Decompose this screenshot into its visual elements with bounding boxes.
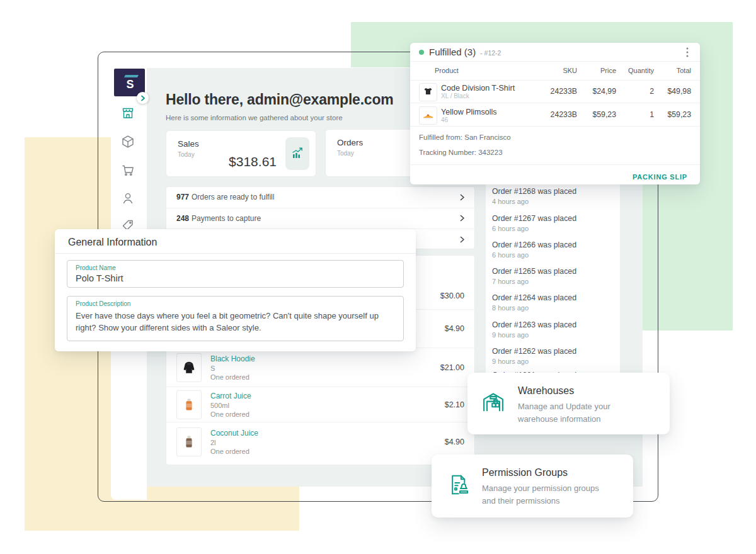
- box-icon: [120, 134, 135, 149]
- cell-total: $59,23: [667, 103, 691, 126]
- chevron-right-icon: [140, 95, 146, 101]
- sidebar-item-orders[interactable]: [120, 162, 135, 178]
- sidebar-item-home[interactable]: [120, 106, 135, 121]
- bar-chart-icon: [290, 146, 305, 161]
- product-link[interactable]: Carrot Juice: [210, 392, 251, 400]
- activity-item: Order #1268 was placed 4 hours ago: [492, 187, 616, 205]
- product-name: Code Division T-Shirt: [441, 84, 515, 93]
- cell-price: $59,23: [592, 103, 616, 126]
- product-ordered: One ordered: [210, 448, 258, 455]
- table-header-row: Product SKU Price Quantity Total: [410, 62, 700, 81]
- shortcut-description: Manage and Update your warehouse informa…: [518, 400, 631, 426]
- activity-item: Order #1265 was placed 7 hours ago: [492, 267, 616, 285]
- product-ordered: One ordered: [210, 373, 255, 381]
- notification-text: Orders are ready to fulfill: [192, 193, 274, 201]
- cell-total: $49,98: [667, 81, 691, 103]
- product-variant: 500ml: [210, 402, 251, 409]
- permission-stamp-icon: [447, 472, 472, 500]
- warehouses-card[interactable]: Warehouses Manage and Update your wareho…: [467, 373, 670, 434]
- sales-stat-card: Sales Today $318.61: [166, 130, 316, 177]
- status-dot: [419, 50, 424, 55]
- divider: [55, 253, 416, 254]
- activity-time: 8 hours ago: [492, 304, 616, 312]
- activity-item: Order #1263 was placed 9 hours ago: [492, 320, 616, 339]
- sales-chart-box: [285, 137, 309, 170]
- column-price: Price: [600, 62, 616, 80]
- product-name-field[interactable]: Product Name Polo T-Shirt: [67, 260, 404, 288]
- sales-period: Today: [178, 151, 195, 158]
- product-price: $2.10: [445, 400, 464, 409]
- tracking-number-text: Tracking Number: 343223: [419, 149, 691, 156]
- page-title: Hello there, admin@example.com: [166, 91, 394, 108]
- product-ordered: One ordered: [210, 410, 251, 418]
- activity-title: Order #1267 was placed: [492, 214, 616, 223]
- activity-title: Order #1265 was placed: [492, 267, 616, 276]
- warehouse-icon: [480, 389, 507, 418]
- product-description-label: Product Description: [76, 300, 130, 307]
- product-description-field[interactable]: Product Description Ever have those days…: [67, 296, 404, 341]
- column-product: Product: [435, 62, 459, 80]
- coconut-juice-image: [181, 432, 197, 452]
- activity-title: Order #1263 was placed: [492, 320, 616, 329]
- product-variant: S: [210, 365, 255, 372]
- product-row[interactable]: Coconut Juice 2l One ordered $4.90: [166, 422, 474, 461]
- kebab-menu-button[interactable]: [682, 47, 692, 58]
- cell-quantity: 1: [650, 103, 654, 126]
- chevron-right-icon: [460, 215, 464, 222]
- product-thumbnail: [176, 427, 202, 456]
- shortcut-description: Manage your permission groups and their …: [482, 482, 614, 507]
- notification-row-payments-to-capture[interactable]: 248 Payments to capture: [166, 208, 474, 229]
- kebab-icon: [686, 47, 689, 57]
- logo-slash: [124, 75, 139, 77]
- notification-text: Payments to capture: [192, 214, 261, 223]
- product-link[interactable]: Coconut Juice: [210, 429, 258, 438]
- product-thumbnail: [176, 353, 202, 382]
- logo-letter: S: [126, 79, 134, 90]
- cell-sku: 24233B: [551, 103, 577, 126]
- sidebar-item-customers[interactable]: [120, 191, 135, 206]
- product-name-label: Product Name: [76, 264, 116, 271]
- product-variant: 2l: [210, 439, 258, 446]
- product-description-value: Ever have those days where you feel a bi…: [76, 310, 395, 334]
- chevron-right-icon: [460, 194, 464, 201]
- activity-item: Order #1264 was placed 8 hours ago: [492, 293, 616, 312]
- sidebar-item-catalog[interactable]: [120, 134, 135, 149]
- fulfilled-from-text: Fulfilled from: San Francisco: [419, 133, 691, 141]
- carrot-juice-image: [181, 395, 197, 415]
- notification-row-orders-to-fulfill[interactable]: 977 Orders are ready to fulfill: [166, 187, 474, 208]
- storefront-icon: [120, 106, 135, 121]
- activity-time: 6 hours ago: [492, 251, 616, 259]
- activity-time: 6 hours ago: [492, 225, 616, 232]
- table-row: Yellow Plimsolls 46 24233B $59,23 1 $59,…: [410, 103, 700, 127]
- product-price: $4.90: [445, 324, 464, 333]
- product-row[interactable]: Carrot Juice 500ml One ordered $2.10: [166, 387, 474, 422]
- product-name: Yellow Plimsolls: [441, 108, 496, 116]
- activity-feed-card: Order #1268 was placed 4 hours ago Order…: [485, 179, 621, 401]
- general-information-card: General Information Product Name Polo T-…: [55, 229, 416, 351]
- orders-label: Orders: [337, 138, 363, 147]
- sidebar-expand-button[interactable]: [137, 92, 149, 104]
- activity-item: Order #1267 was placed 6 hours ago: [492, 214, 616, 232]
- chevron-right-icon: [460, 236, 464, 243]
- product-thumbnail: [419, 83, 437, 101]
- product-name-value: Polo T-Shirt: [76, 273, 123, 283]
- shortcut-title: Permission Groups: [482, 467, 568, 478]
- product-variant: 46: [441, 116, 448, 124]
- activity-time: 9 hours ago: [492, 358, 616, 365]
- product-link[interactable]: Black Hoodie: [210, 354, 255, 363]
- activity-title: Order #1268 was placed: [492, 187, 616, 196]
- permission-groups-card[interactable]: Permission Groups Manage your permission…: [432, 455, 633, 517]
- fulfillment-status: Fulfilled (3): [429, 47, 476, 57]
- packing-slip-button[interactable]: PACKING SLIP: [629, 172, 691, 181]
- activity-item: Order #1266 was placed 6 hours ago: [492, 240, 616, 259]
- black-hoodie-image: [181, 358, 197, 377]
- column-total: Total: [677, 62, 691, 80]
- notification-count: 977: [176, 193, 189, 201]
- sales-label: Sales: [178, 139, 199, 149]
- product-row[interactable]: Black Hoodie S One ordered $21.00: [166, 348, 474, 387]
- cell-quantity: 2: [650, 81, 654, 103]
- column-quantity: Quantity: [628, 62, 654, 80]
- fulfilled-order-card: Fulfilled (3) - #12-2 Product SKU Price …: [410, 43, 700, 184]
- table-row: Code Division T-Shirt XL / Black 24233B …: [410, 81, 700, 103]
- shortcut-title: Warehouses: [518, 385, 574, 397]
